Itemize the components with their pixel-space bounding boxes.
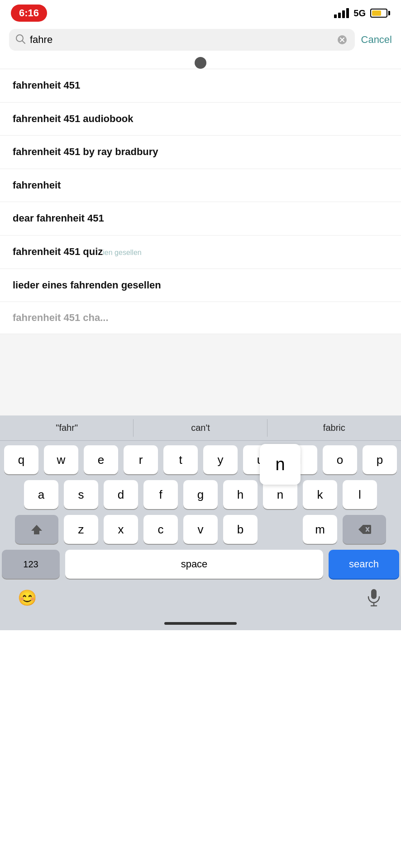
key-d[interactable]: d <box>104 480 138 509</box>
suggestion-text: fahrenheit 451 quiz <box>13 246 103 257</box>
empty-area <box>0 334 401 415</box>
predictive-bar: "fahr" can't fabric <box>0 415 401 441</box>
suggestion-text: fahrenheit 451 audiobook <box>13 113 134 124</box>
key-q[interactable]: q <box>4 445 38 474</box>
key-x[interactable]: x <box>104 515 138 544</box>
svg-line-1 <box>22 41 25 43</box>
list-item[interactable]: dear fahrenheit 451 <box>0 202 401 236</box>
mic-key[interactable] <box>360 584 387 611</box>
list-item[interactable]: fahrenheit <box>0 169 401 203</box>
suggestion-text: fahrenheit <box>13 179 61 191</box>
suggestions-list: fahrenheit 451 fahrenheit 451 audiobook … <box>0 69 401 334</box>
key-row-3: z x c v b m <box>2 515 399 544</box>
keyboard-bottom: 😊 <box>0 580 401 617</box>
keyboard-rows: q w e r t y u i o p a s d f g h n n k l <box>0 441 401 580</box>
signal-bar-2 <box>338 13 341 18</box>
battery-body <box>370 9 387 18</box>
suggestion-text: lieder eines fahrenden gesellen <box>13 279 161 291</box>
keyboard[interactable]: "fahr" can't fabric q w e r t y u i o p … <box>0 415 401 630</box>
key-h[interactable]: h <box>223 480 258 509</box>
key-o[interactable]: o <box>323 445 357 474</box>
signal-bar-4 <box>346 8 349 18</box>
status-bar: 6:16 5G <box>0 0 401 25</box>
key-p[interactable]: p <box>363 445 397 474</box>
shift-key[interactable] <box>15 515 58 544</box>
key-a[interactable]: a <box>24 480 58 509</box>
backspace-key[interactable] <box>343 515 386 544</box>
key-row-4: 123 space search <box>2 550 399 579</box>
key-n[interactable]: n n <box>263 480 297 509</box>
search-key[interactable]: search <box>329 550 399 579</box>
key-row-1: q w e r t y u i o p <box>2 445 399 474</box>
key-y[interactable]: y <box>203 445 238 474</box>
key-s[interactable]: s <box>64 480 98 509</box>
list-item[interactable]: fahrenheit 451 <box>0 69 401 103</box>
key-k[interactable]: k <box>303 480 337 509</box>
network-type: 5G <box>353 8 366 19</box>
battery-tip <box>388 11 390 15</box>
key-b[interactable]: b <box>223 515 258 544</box>
status-right: 5G <box>334 8 390 19</box>
key-l[interactable]: l <box>343 480 377 509</box>
scroll-dot-container <box>0 55 401 69</box>
status-time: 6:16 <box>11 5 47 22</box>
search-icon <box>15 34 25 46</box>
battery-icon <box>370 9 390 18</box>
list-item[interactable]: fahrenheit 451 audiobook <box>0 103 401 136</box>
key-g[interactable]: g <box>183 480 218 509</box>
list-item[interactable]: fahrenheit 451 cha... <box>0 302 401 334</box>
search-bar-container: Cancel <box>0 25 401 55</box>
signal-bar-3 <box>342 10 345 18</box>
predictive-item-fabric[interactable]: fabric <box>267 415 401 440</box>
key-n-popup: n <box>260 444 301 485</box>
search-input-wrapper[interactable] <box>9 29 355 51</box>
key-r[interactable]: r <box>124 445 158 474</box>
signal-bar-1 <box>334 14 337 18</box>
emoji-key[interactable]: 😊 <box>14 584 41 611</box>
key-space-placeholder <box>263 515 297 544</box>
list-item[interactable]: fahrenheit 451 by ray bradbury <box>0 136 401 169</box>
predictive-item-fahr[interactable]: "fahr" <box>0 415 134 440</box>
home-indicator <box>164 622 237 625</box>
home-bar <box>0 617 401 630</box>
key-e[interactable]: e <box>84 445 118 474</box>
list-item[interactable]: lieder eines fahrenden gesellen <box>0 269 401 302</box>
suggestion-text: dear fahrenheit 451 <box>13 212 104 224</box>
key-v[interactable]: v <box>183 515 218 544</box>
key-z[interactable]: z <box>64 515 98 544</box>
space-key[interactable]: space <box>65 550 323 579</box>
cancel-button[interactable]: Cancel <box>361 34 392 46</box>
predictive-item-cant[interactable]: can't <box>134 415 267 440</box>
numbers-key[interactable]: 123 <box>2 550 60 579</box>
suggestion-text: fahrenheit 451 cha... <box>13 312 109 323</box>
key-t[interactable]: t <box>163 445 198 474</box>
key-c[interactable]: c <box>143 515 178 544</box>
list-item[interactable]: fahrenheit 451 quizien gesellen <box>0 236 401 269</box>
suggestion-text: fahrenheit 451 <box>13 80 80 91</box>
clear-button[interactable] <box>336 33 348 46</box>
search-input[interactable] <box>30 34 331 46</box>
battery-fill <box>372 10 381 16</box>
scroll-dot <box>195 57 206 69</box>
key-w[interactable]: w <box>44 445 78 474</box>
key-m[interactable]: m <box>303 515 337 544</box>
suggestion-ghost: ien gesellen <box>103 249 141 256</box>
signal-bars <box>334 8 349 18</box>
key-row-2: a s d f g h n n k l <box>2 480 399 509</box>
key-f[interactable]: f <box>143 480 178 509</box>
svg-rect-7 <box>371 589 377 599</box>
suggestion-text: fahrenheit 451 by ray bradbury <box>13 146 158 157</box>
